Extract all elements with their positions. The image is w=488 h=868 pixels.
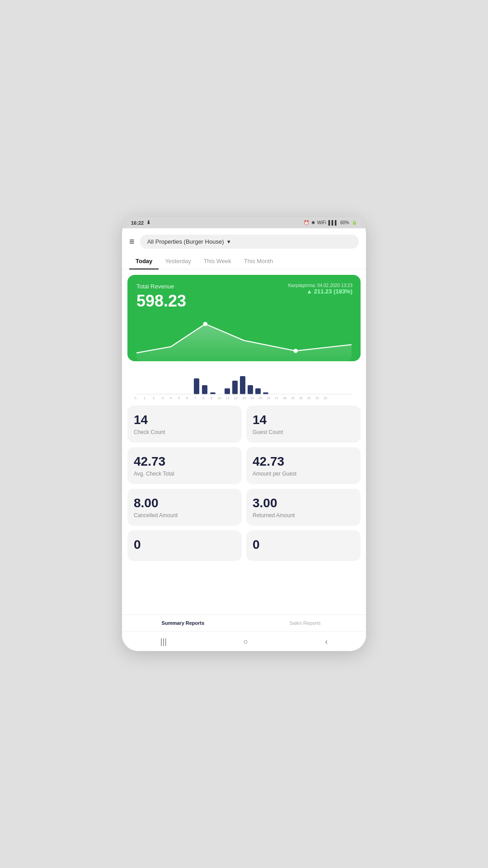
recent-apps-button[interactable]: |||	[160, 637, 167, 646]
cancelled-label: Cancelled Amount	[134, 512, 235, 519]
svg-text:10: 10	[218, 396, 221, 400]
time: 16:22	[131, 220, 144, 226]
svg-rect-10	[263, 392, 268, 394]
returned-value: 3.00	[253, 496, 354, 510]
stat-card-extra1: 0	[127, 530, 242, 561]
svg-text:5: 5	[178, 396, 180, 400]
svg-text:4: 4	[170, 396, 172, 400]
comparison-date: Karşılaştırma: 04.02.2020 13:23	[288, 283, 352, 288]
svg-rect-4	[210, 392, 216, 394]
comparison-change: ▲ 211.23 (183%)	[288, 288, 352, 295]
bottom-tab-strip: Summary Reports Sales Reports	[122, 614, 366, 631]
svg-text:21: 21	[307, 396, 311, 400]
hamburger-icon: ≡	[129, 236, 135, 246]
svg-text:15: 15	[258, 396, 262, 400]
svg-point-0	[203, 322, 208, 326]
svg-text:3: 3	[162, 396, 164, 400]
top-nav: ≡ All Properties (Burger House) ▾	[122, 228, 366, 253]
stat-card-returned: 3.00 Returned Amount	[246, 489, 361, 526]
avg-check-label: Avg. Check Total	[134, 471, 235, 477]
battery-icon: 🔋	[352, 220, 357, 225]
main-content: Total Revenue 598.23 Karşılaştırma: 04.0…	[122, 269, 366, 614]
stat-card-cancelled: 8.00 Cancelled Amount	[127, 489, 242, 526]
amount-per-guest-value: 42.73	[253, 454, 354, 469]
guest-count-value: 14	[253, 413, 354, 427]
svg-rect-8	[248, 385, 253, 394]
wifi-icon: WiFi	[317, 220, 326, 225]
svg-text:23: 23	[324, 396, 327, 400]
svg-text:0: 0	[135, 396, 136, 400]
guest-count-label: Guest Count	[253, 429, 354, 435]
svg-rect-5	[225, 388, 230, 394]
extra1-value: 0	[134, 538, 235, 552]
svg-text:18: 18	[283, 396, 286, 400]
svg-point-1	[293, 349, 298, 353]
tab-sales-reports[interactable]: Sales Reports	[244, 615, 366, 631]
menu-button[interactable]: ≡	[129, 236, 135, 247]
svg-text:6: 6	[186, 396, 188, 400]
returned-label: Returned Amount	[253, 512, 354, 519]
svg-text:16: 16	[267, 396, 270, 400]
svg-text:9: 9	[211, 396, 212, 400]
period-tabs: Today Yesterday This Week This Month	[122, 253, 366, 269]
tab-this-week[interactable]: This Week	[197, 253, 238, 269]
tab-today[interactable]: Today	[129, 253, 159, 269]
avg-check-value: 42.73	[134, 454, 235, 469]
stat-card-extra2: 0	[246, 530, 361, 561]
app-content: ≡ All Properties (Burger House) ▾ Today …	[122, 228, 366, 651]
download-icon: ⬇	[146, 220, 150, 226]
stat-card-check-count: 14 Check Count	[127, 406, 242, 443]
tab-summary-reports[interactable]: Summary Reports	[122, 615, 244, 631]
stat-card-guest-count: 14 Guest Count	[246, 406, 361, 443]
extra2-value: 0	[253, 538, 354, 552]
cancelled-value: 8.00	[134, 496, 235, 510]
property-selector-button[interactable]: All Properties (Burger House) ▾	[140, 235, 359, 249]
bar-chart-wrapper: 0 1 2 3 4 5 6 7 8 9 10 11 12 13 14 15 16	[127, 361, 361, 401]
check-count-label: Check Count	[134, 429, 235, 435]
phone-shell: 16:22 ⬇ ⏰ ✱ WiFi ▌▌▌ 60% 🔋 ≡ All Propert…	[122, 217, 366, 651]
svg-rect-7	[240, 376, 245, 394]
svg-text:19: 19	[291, 396, 295, 400]
check-count-value: 14	[134, 413, 235, 427]
svg-text:2: 2	[153, 396, 155, 400]
bottom-nav: ||| ○ ‹	[122, 631, 366, 651]
svg-text:12: 12	[234, 396, 238, 400]
svg-rect-3	[202, 385, 207, 394]
svg-text:17: 17	[275, 396, 278, 400]
area-chart	[136, 311, 352, 361]
amount-per-guest-label: Amount per Guest	[253, 471, 354, 477]
chevron-down-icon: ▾	[227, 238, 230, 245]
svg-text:1: 1	[144, 396, 145, 400]
svg-rect-9	[255, 388, 261, 394]
svg-text:7: 7	[194, 396, 196, 400]
alarm-icon: ⏰	[304, 220, 309, 225]
signal-icon: ▌▌▌	[328, 220, 338, 225]
svg-text:14: 14	[250, 396, 254, 400]
tab-this-month[interactable]: This Month	[238, 253, 279, 269]
tab-yesterday[interactable]: Yesterday	[159, 253, 197, 269]
svg-text:8: 8	[202, 396, 204, 400]
comparison-info: Karşılaştırma: 04.02.2020 13:23 ▲ 211.23…	[288, 283, 352, 295]
status-bar: 16:22 ⬇ ⏰ ✱ WiFi ▌▌▌ 60% 🔋	[122, 217, 366, 228]
svg-rect-6	[232, 381, 238, 394]
stat-card-amount-per-guest: 42.73 Amount per Guest	[246, 447, 361, 484]
property-selector-label: All Properties (Burger House)	[147, 238, 224, 245]
revenue-card: Total Revenue 598.23 Karşılaştırma: 04.0…	[127, 275, 361, 361]
stat-card-avg-check: 42.73 Avg. Check Total	[127, 447, 242, 484]
home-button[interactable]: ○	[244, 637, 249, 646]
back-button[interactable]: ‹	[325, 637, 328, 646]
svg-text:13: 13	[242, 396, 246, 400]
stats-grid: 14 Check Count 14 Guest Count 42.73 Avg.…	[127, 406, 361, 561]
svg-text:11: 11	[226, 396, 230, 400]
battery-label: 60%	[340, 220, 349, 225]
svg-text:22: 22	[315, 396, 319, 400]
svg-rect-2	[194, 378, 199, 394]
svg-text:20: 20	[299, 396, 303, 400]
bar-chart: 0 1 2 3 4 5 6 7 8 9 10 11 12 13 14 15 16	[130, 365, 358, 401]
bluetooth-icon: ✱	[311, 220, 315, 225]
